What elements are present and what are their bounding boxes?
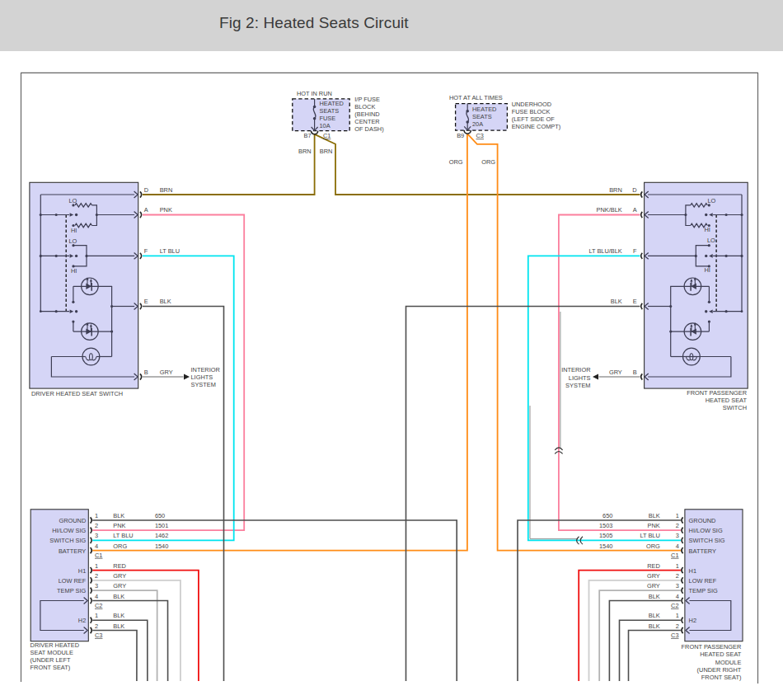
svg-text:1505: 1505 xyxy=(599,532,612,539)
svg-text:C3: C3 xyxy=(95,632,102,639)
svg-text:ORG: ORG xyxy=(646,543,660,550)
svg-text:A: A xyxy=(633,206,637,214)
svg-text:1: 1 xyxy=(95,512,98,519)
svg-text:B7: B7 xyxy=(304,132,312,139)
svg-text:F: F xyxy=(633,247,637,255)
svg-text:1540: 1540 xyxy=(599,543,612,550)
svg-text:BRN: BRN xyxy=(320,148,333,155)
svg-text:PNK: PNK xyxy=(648,522,660,529)
svg-text:4: 4 xyxy=(676,593,679,600)
svg-text:2: 2 xyxy=(95,572,98,580)
svg-text:BLK: BLK xyxy=(113,612,124,619)
svg-text:C3: C3 xyxy=(671,632,678,639)
svg-text:INTERIOR: INTERIOR xyxy=(561,366,590,373)
svg-text:GRY: GRY xyxy=(113,582,126,590)
svg-text:(BEHIND: (BEHIND xyxy=(354,110,379,118)
svg-text:LT BLU: LT BLU xyxy=(640,532,659,539)
svg-text:(UNDER LEFT: (UNDER LEFT xyxy=(30,656,71,664)
svg-text:LO: LO xyxy=(708,197,716,204)
svg-text:A: A xyxy=(144,206,148,214)
svg-text:1: 1 xyxy=(676,612,679,619)
svg-text:SYSTEM: SYSTEM xyxy=(565,382,590,389)
svg-text:C2: C2 xyxy=(95,602,102,609)
svg-text:(UNDER RIGHT: (UNDER RIGHT xyxy=(697,666,742,674)
svg-text:FRONT SEAT): FRONT SEAT) xyxy=(30,664,71,671)
svg-text:C1: C1 xyxy=(671,552,678,559)
svg-text:BATTERY: BATTERY xyxy=(689,547,716,555)
svg-text:3: 3 xyxy=(676,532,679,539)
svg-text:4: 4 xyxy=(676,543,679,550)
svg-text:HI: HI xyxy=(704,266,710,274)
svg-text:1: 1 xyxy=(95,562,98,570)
svg-text:2: 2 xyxy=(676,622,679,630)
svg-text:TEMP SIG: TEMP SIG xyxy=(57,587,86,594)
svg-text:BLK: BLK xyxy=(113,593,124,600)
svg-text:SWITCH: SWITCH xyxy=(723,404,747,411)
svg-text:1501: 1501 xyxy=(155,522,168,529)
svg-text:FUSE BLOCK: FUSE BLOCK xyxy=(512,108,551,115)
svg-text:HEATED SEAT: HEATED SEAT xyxy=(706,397,748,404)
svg-text:HEATED: HEATED xyxy=(320,100,344,107)
svg-text:1: 1 xyxy=(676,562,679,570)
svg-text:BRN: BRN xyxy=(609,186,622,194)
svg-text:ORG: ORG xyxy=(113,543,127,550)
svg-text:C2: C2 xyxy=(671,602,678,609)
svg-text:3: 3 xyxy=(95,582,98,590)
svg-text:4: 4 xyxy=(95,543,98,550)
svg-text:(LEFT SIDE OF: (LEFT SIDE OF xyxy=(512,115,556,123)
svg-text:LIGHTS: LIGHTS xyxy=(191,373,213,381)
svg-text:DRIVER HEATED SEAT SWITCH: DRIVER HEATED SEAT SWITCH xyxy=(31,390,123,397)
svg-text:E: E xyxy=(633,298,637,305)
svg-text:BRN: BRN xyxy=(160,186,173,194)
svg-text:BLK: BLK xyxy=(611,298,622,305)
svg-text:SEATS: SEATS xyxy=(472,113,492,120)
svg-text:HEATED SEAT: HEATED SEAT xyxy=(700,651,742,658)
svg-text:Fig 2: Heated Seats Circuit: Fig 2: Heated Seats Circuit xyxy=(219,14,409,31)
svg-text:650: 650 xyxy=(155,512,165,519)
svg-text:LOW REF: LOW REF xyxy=(689,577,717,585)
svg-text:INTERIOR: INTERIOR xyxy=(191,366,220,373)
svg-text:HI: HI xyxy=(71,267,77,275)
svg-text:ORG: ORG xyxy=(449,158,463,166)
svg-text:B: B xyxy=(633,369,637,376)
svg-text:LO: LO xyxy=(707,237,715,244)
svg-text:D: D xyxy=(144,186,148,194)
svg-text:BLK: BLK xyxy=(160,298,171,305)
svg-text:1: 1 xyxy=(95,612,98,619)
svg-text:SWITCH SIG: SWITCH SIG xyxy=(49,537,86,544)
svg-text:2: 2 xyxy=(95,522,98,529)
svg-text:DRIVER HEATED: DRIVER HEATED xyxy=(30,641,79,649)
svg-text:RED: RED xyxy=(647,562,660,570)
svg-text:1540: 1540 xyxy=(155,543,168,550)
svg-text:3: 3 xyxy=(676,582,679,590)
svg-text:HI/LOW SIG: HI/LOW SIG xyxy=(52,527,86,534)
svg-text:HI/LOW SIG: HI/LOW SIG xyxy=(689,527,723,534)
svg-text:CENTER: CENTER xyxy=(354,118,379,125)
svg-text:F: F xyxy=(144,247,148,255)
svg-text:GRY: GRY xyxy=(160,369,173,376)
svg-text:LT BLU: LT BLU xyxy=(113,532,133,539)
svg-text:C3: C3 xyxy=(476,132,484,139)
svg-text:GROUND: GROUND xyxy=(689,517,716,524)
svg-text:H1: H1 xyxy=(689,567,696,575)
svg-text:2: 2 xyxy=(676,522,679,529)
svg-text:LO: LO xyxy=(69,237,77,245)
svg-text:GRY: GRY xyxy=(647,572,660,580)
svg-text:GRY: GRY xyxy=(647,582,660,590)
svg-text:ORG: ORG xyxy=(481,158,495,166)
svg-text:2: 2 xyxy=(676,572,679,580)
svg-text:1: 1 xyxy=(676,512,679,519)
svg-text:E: E xyxy=(144,298,148,305)
svg-text:FRONT PASSENGER: FRONT PASSENGER xyxy=(682,643,742,651)
svg-text:BLK: BLK xyxy=(113,512,124,519)
svg-text:HOT AT ALL TIMES: HOT AT ALL TIMES xyxy=(449,94,503,101)
svg-text:HEATED: HEATED xyxy=(472,106,496,113)
svg-text:UNDERHOOD: UNDERHOOD xyxy=(512,101,551,108)
svg-text:BLOCK: BLOCK xyxy=(354,103,375,110)
svg-text:B9: B9 xyxy=(457,132,464,139)
svg-text:PNK/BLK: PNK/BLK xyxy=(597,206,622,214)
svg-text:FUSE: FUSE xyxy=(320,115,336,122)
svg-text:GROUND: GROUND xyxy=(59,517,86,524)
svg-text:BLK: BLK xyxy=(649,612,660,619)
svg-text:FRONT PASSENGER: FRONT PASSENGER xyxy=(687,389,747,397)
